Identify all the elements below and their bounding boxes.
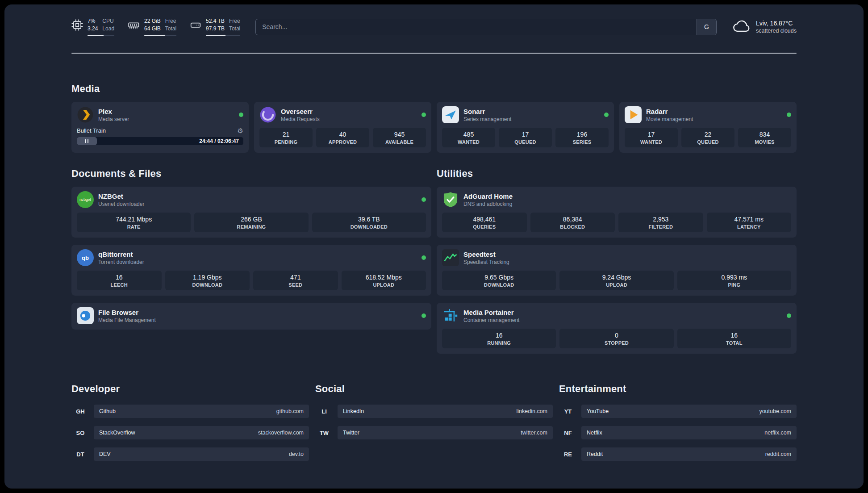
- card-qbittorrent[interactable]: qb qBittorrent Torrent downloader 16 LEE…: [71, 245, 431, 296]
- stat-label: SEED: [255, 282, 336, 288]
- bookmark-abbr: YT: [559, 408, 577, 415]
- bookmark-name: LinkedIn: [343, 408, 364, 414]
- stat-box: 744.21 Mbps RATE: [77, 213, 191, 232]
- stat-label: DOWNLOAD: [167, 282, 248, 288]
- stat-label: RATE: [79, 224, 189, 230]
- section-title-media: Media: [71, 83, 797, 95]
- bookmark-url: linkedin.com: [517, 408, 547, 414]
- stat-label: QUEUED: [683, 139, 733, 145]
- cpu-progress-track: [88, 35, 114, 36]
- stat-label: WANTED: [444, 139, 493, 145]
- settings-gear-icon[interactable]: ⚙: [238, 127, 243, 134]
- status-dot: [239, 113, 243, 117]
- app-subtitle: Usenet downloader: [98, 201, 417, 207]
- stat-label: RUNNING: [444, 340, 554, 346]
- cpu-load-value: 3.24: [88, 25, 98, 33]
- cpu-widget: 7% 3.24 CPU Load: [71, 17, 114, 36]
- bookmark-link[interactable]: StackOverflow stackoverflow.com: [94, 426, 309, 439]
- disk-widget: 52.4 TB 97.9 TB Free Total: [190, 17, 240, 36]
- bookmark-link[interactable]: LinkedIn linkedin.com: [338, 405, 553, 418]
- stat-value: 0: [561, 332, 672, 339]
- stat-value: 17: [626, 131, 676, 138]
- app-subtitle: Movie management: [646, 116, 782, 122]
- bookmark-abbr: DT: [71, 451, 89, 458]
- section-utilities: Utilities AdGuard Home DNS and adblockin…: [437, 168, 797, 354]
- section-title-developer: Developer: [71, 383, 309, 395]
- stat-box: 17 WANTED: [625, 128, 678, 147]
- card-filebrowser[interactable]: File Browser Media File Management: [71, 303, 431, 330]
- stat-label: REMAINING: [196, 224, 306, 230]
- stat-label: TOTAL: [679, 340, 789, 346]
- playback-time: 24:44 / 02:06:47: [199, 137, 239, 145]
- stat-value: 22: [683, 131, 733, 138]
- bookmark-url: stackoverflow.com: [258, 430, 304, 436]
- app-subtitle: Media server: [98, 116, 234, 122]
- stat-value: 16: [444, 332, 554, 339]
- stat-box: 196 SERIES: [555, 128, 609, 147]
- search-input[interactable]: [256, 19, 697, 35]
- pause-button[interactable]: [77, 137, 97, 145]
- stat-value: 47.571 ms: [709, 216, 790, 223]
- stat-label: QUEUED: [501, 139, 550, 145]
- stat-label: UPLOAD: [343, 282, 425, 288]
- weather-condition: scattered clouds: [756, 28, 797, 34]
- stat-label: APPROVED: [318, 139, 367, 145]
- card-overseerr[interactable]: Overseerr Media Requests 21 PENDING 40 A…: [254, 102, 431, 153]
- search-engine-button[interactable]: G: [697, 19, 716, 35]
- stat-value: 0.993 ms: [679, 274, 789, 281]
- card-adguard[interactable]: AdGuard Home DNS and adblocking 498,461 …: [437, 187, 797, 238]
- card-nzbget[interactable]: nzbget NZBGet Usenet downloader 744.21 M…: [71, 187, 431, 238]
- card-portainer[interactable]: Media Portainer Container management 16 …: [437, 303, 797, 354]
- disk-label-1: Free: [229, 17, 240, 25]
- bookmark-link[interactable]: Netflix netflix.com: [581, 426, 797, 439]
- stat-box: 16 TOTAL: [677, 329, 791, 348]
- app-name: Speedtest: [463, 251, 791, 258]
- ram-progress-fill: [144, 35, 165, 36]
- bookmark-url: twitter.com: [521, 430, 547, 436]
- app-subtitle: DNS and adblocking: [463, 201, 791, 207]
- topbar-divider: [71, 53, 797, 54]
- stat-box: 471 SEED: [253, 271, 338, 290]
- stat-value: 86,384: [532, 216, 613, 223]
- stat-box: 618.52 Mbps UPLOAD: [342, 271, 426, 290]
- bookmark-link[interactable]: Github github.com: [94, 405, 309, 418]
- app-subtitle: Speedtest Tracking: [463, 259, 791, 265]
- stat-box: 945 AVAILABLE: [373, 128, 426, 147]
- card-plex[interactable]: Plex Media server Bullet Train ⚙ 24:44: [71, 102, 249, 153]
- stat-value: 744.21 Mbps: [79, 216, 189, 223]
- now-playing-title: Bullet Train: [77, 127, 106, 134]
- stat-label: WANTED: [626, 139, 676, 145]
- disk-progress-track: [206, 35, 240, 36]
- stat-label: LATENCY: [709, 224, 790, 230]
- status-dot: [787, 113, 791, 117]
- search-bar: G: [255, 19, 717, 35]
- bookmark-link[interactable]: DEV dev.to: [94, 447, 309, 461]
- ram-total-value: 64 GiB: [144, 25, 161, 33]
- card-sonarr[interactable]: Sonarr Series management 485 WANTED 17 Q…: [437, 102, 614, 153]
- disk-total-value: 97.9 TB: [206, 25, 225, 33]
- bookmark-stackoverflow: SO StackOverflow stackoverflow.com: [71, 426, 309, 439]
- card-speedtest[interactable]: Speedtest Speedtest Tracking 9.65 Gbps D…: [437, 245, 797, 296]
- section-title-entertainment: Entertainment: [559, 383, 797, 395]
- bookmark-abbr: RE: [559, 451, 577, 458]
- app-name: Plex: [98, 108, 234, 115]
- bookmark-name: DEV: [99, 451, 111, 457]
- stat-label: PING: [679, 282, 789, 288]
- player-progressbar[interactable]: 24:44 / 02:06:47: [77, 137, 243, 145]
- stat-value: 471: [255, 274, 336, 281]
- bookmark-link[interactable]: Twitter twitter.com: [338, 426, 553, 439]
- status-dot: [421, 113, 426, 117]
- bookmark-link[interactable]: Reddit reddit.com: [581, 447, 797, 461]
- section-entertainment: Entertainment YT YouTube youtube.com NF …: [559, 383, 797, 469]
- stat-label: BLOCKED: [532, 224, 613, 230]
- stat-box: 834 MOVIES: [738, 128, 791, 147]
- card-radarr[interactable]: Radarr Movie management 17 WANTED 22 QUE…: [619, 102, 797, 153]
- stat-value: 498,461: [444, 216, 525, 223]
- app-name: AdGuard Home: [463, 192, 791, 200]
- qbittorrent-icon: qb: [77, 249, 94, 266]
- portainer-icon: [442, 307, 459, 324]
- section-media: Media Plex Media server Bullet Train: [71, 83, 797, 153]
- bookmark-link[interactable]: YouTube youtube.com: [581, 405, 797, 418]
- section-title-documents: Documents & Files: [71, 168, 431, 180]
- bookmark-abbr: TW: [315, 430, 333, 436]
